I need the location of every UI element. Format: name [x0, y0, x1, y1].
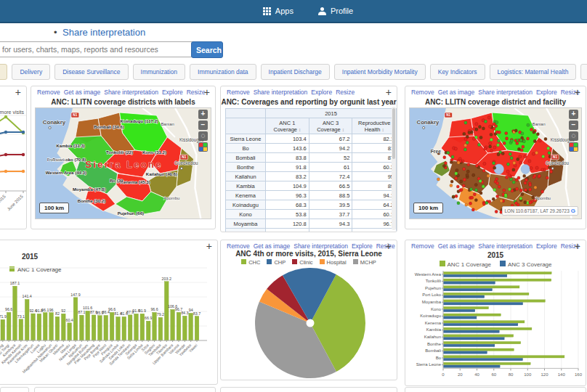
column-header[interactable]: Reproductive Health↕	[352, 118, 397, 134]
zoom-in-icon[interactable]: +	[198, 110, 208, 119]
value-cell: 81	[352, 144, 397, 153]
table-scrollbar[interactable]	[392, 107, 396, 230]
action-explore[interactable]: Explore	[536, 242, 557, 250]
add-to-favorites-icon[interactable]: +	[206, 241, 212, 251]
svg-text:96.6: 96.6	[5, 307, 12, 311]
column-header[interactable]: ANC 3 Coverage↕	[309, 118, 352, 134]
svg-text:Western Area: Western Area	[415, 272, 442, 277]
widget-pie-chart: RemoveGet as imageShare interpretationEx…	[220, 240, 397, 380]
widget-actions: RemoveGet as imageShare interpretationEx…	[37, 89, 209, 96]
value-cell: 95	[352, 172, 397, 181]
search-button[interactable]: Search	[191, 41, 223, 58]
zoom-in-icon[interactable]: +	[569, 110, 578, 119]
value-cell: 94.2	[309, 144, 352, 153]
tab-immunization[interactable]: Immunization	[133, 64, 186, 80]
tab-care[interactable]: Care	[0, 64, 7, 80]
orgunit-name: Port Loko	[226, 229, 266, 233]
value-cell: 64.2	[352, 200, 397, 210]
column-header[interactable]: ANC 1 Coverage↕	[266, 118, 309, 134]
legend-item: CHP	[267, 259, 286, 266]
tab-disease-surveillance[interactable]: Disease Surveillance	[54, 64, 128, 80]
tab-inpatient-discharge[interactable]: Inpatient Discharge	[261, 64, 330, 80]
pie-chart-canvas[interactable]	[221, 266, 397, 380]
map-scale: 100 km	[39, 203, 69, 213]
svg-text:84.3: 84.3	[181, 311, 188, 315]
svg-text:Gueckedou: Gueckedou	[174, 160, 198, 166]
svg-text:Bonthe (30.2): Bonthe (30.2)	[78, 198, 105, 203]
table-row: Port Loko101.548.880.2	[226, 229, 397, 233]
table-row: Kenema96.388.594.1	[226, 191, 397, 200]
action-remove[interactable]: Remove	[227, 242, 250, 250]
action-remove[interactable]: Remove	[227, 89, 250, 96]
action-explore[interactable]: Explore	[311, 89, 332, 96]
column-chart-canvas[interactable]: 2015ANC 1 Coverage71.9Kissi Teng96.6Kiss…	[0, 240, 217, 384]
action-remove[interactable]: Remove	[37, 89, 60, 96]
tab-key-indicators[interactable]: Key Indicators	[430, 64, 485, 80]
map-districts[interactable]: Sierra LeoneKambia (31.3)Bombali (34.6)K…	[35, 107, 210, 218]
action-remove[interactable]: Remove	[411, 242, 434, 250]
svg-text:Koinadugu: Koinadugu	[420, 314, 441, 318]
orgunit-name: Koinadugu	[226, 200, 266, 210]
locate-icon[interactable]: ◌	[198, 131, 208, 141]
widget-title: 2015	[405, 251, 586, 259]
action-get-as-image[interactable]: Get as image	[64, 89, 101, 96]
value-cell: 103.4	[266, 134, 309, 144]
tab-logistics-reproductive-health[interactable]: Logistics: Reproductive Health	[580, 64, 587, 80]
action-remove[interactable]: Remove	[411, 89, 434, 96]
profile-menu[interactable]: Profile	[318, 7, 353, 15]
svg-text:N1: N1	[446, 113, 450, 117]
map-facilities[interactable]: ConakryFreeBanianKissidougouGueckedouApo…	[409, 107, 580, 218]
value-cell: 67.2	[309, 134, 352, 144]
widget-actions: RemoveGet as imageShare interpretationEx…	[411, 242, 583, 250]
svg-text:60: 60	[491, 372, 496, 377]
value-cell: 39.5	[309, 200, 352, 210]
svg-text:Kambia: Kambia	[426, 327, 442, 332]
svg-text:Kenema: Kenema	[425, 321, 442, 325]
action-get-as-image[interactable]: Get as image	[438, 242, 475, 250]
svg-text:Tonkolili: Tonkolili	[426, 279, 441, 283]
svg-text:N1: N1	[553, 155, 557, 159]
add-to-favorites-icon[interactable]: +	[575, 241, 580, 251]
widget-title: ANC 4th or more visits, 2015, Sierra Leo…	[221, 250, 397, 258]
orgunit-name: Sierra Leone	[226, 134, 266, 144]
action-share-interpretation[interactable]: Share interpretation	[478, 89, 533, 96]
layers-icon[interactable]	[569, 142, 578, 152]
value-cell: 80.2	[352, 229, 397, 233]
svg-text:0: 0	[442, 372, 445, 377]
tab-inpatient-morbidity-mortality[interactable]: Inpatient Morbidity Mortality	[334, 64, 426, 80]
svg-text:Moyamba: Moyamba	[422, 300, 442, 304]
action-share-interpretation[interactable]: Share interpretation	[254, 89, 308, 96]
add-to-favorites-icon[interactable]: +	[15, 87, 21, 97]
action-share-interpretation[interactable]: Share interpretation	[104, 89, 158, 96]
line-chart-canvas[interactable]: more visitsMay 2015June 2015	[0, 86, 26, 229]
action-explore[interactable]: Explore	[162, 89, 183, 96]
action-get-as-image[interactable]: Get as image	[438, 89, 475, 96]
action-explore[interactable]: Explore	[352, 242, 373, 250]
tab-immunization-data[interactable]: Immunization data	[190, 64, 256, 80]
action-get-as-image[interactable]: Get as image	[254, 242, 291, 250]
share-interpretation-link[interactable]: Share interpretation	[62, 27, 145, 38]
action-share-interpretation[interactable]: Share interpretation	[478, 242, 533, 250]
zoom-out-icon[interactable]: −	[198, 121, 208, 130]
action-share-interpretation[interactable]: Share interpretation	[294, 242, 348, 250]
search-input[interactable]	[0, 41, 198, 57]
svg-text:Apombu: Apombu	[535, 196, 551, 200]
value-cell: 72.4	[309, 172, 352, 181]
action-resize[interactable]: Resize	[336, 89, 355, 96]
svg-text:Kailahun: Kailahun	[424, 335, 441, 339]
apps-menu[interactable]: Apps	[263, 7, 294, 15]
add-to-favorites-icon[interactable]: +	[575, 87, 580, 97]
hbar-chart-canvas[interactable]: 020406080100120140160Western AreaTonkoli…	[405, 269, 586, 384]
tab-logistics-maternal-health[interactable]: Logistics: Maternal Health	[490, 64, 577, 80]
tab-delivery[interactable]: Delivery	[12, 64, 50, 80]
svg-text:71.9: 71.9	[0, 314, 7, 319]
zoom-out-icon[interactable]: −	[569, 121, 578, 130]
svg-text:120: 120	[541, 372, 548, 377]
layers-icon[interactable]	[198, 142, 208, 152]
add-to-favorites-icon[interactable]: +	[204, 87, 210, 97]
locate-icon[interactable]: ◌	[569, 131, 578, 141]
add-to-favorites-icon[interactable]: +	[386, 87, 392, 97]
action-resize[interactable]: Resize	[187, 89, 206, 96]
action-explore[interactable]: Explore	[536, 89, 557, 96]
profile-label: Profile	[331, 7, 353, 15]
